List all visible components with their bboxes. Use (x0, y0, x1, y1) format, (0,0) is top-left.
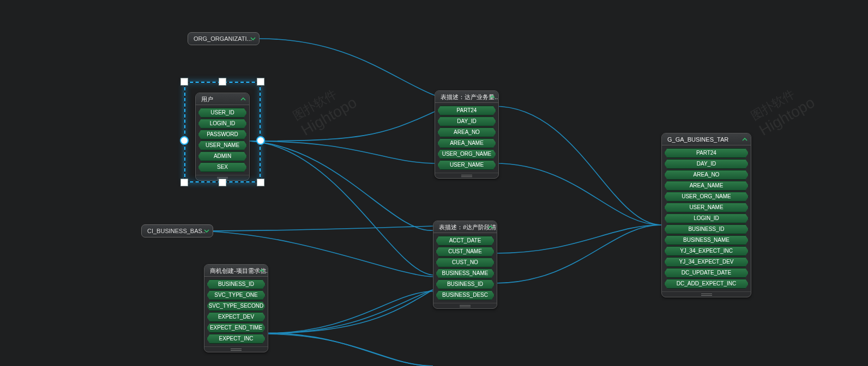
chevron-up-icon (488, 224, 493, 230)
field-yj34-expect-inc[interactable]: YJ_34_EXPECT_INC (664, 246, 749, 256)
resize-grip[interactable] (433, 303, 497, 308)
field-day-id[interactable]: DAY_ID (437, 117, 496, 126)
field-admin[interactable]: ADMIN (198, 151, 247, 161)
resize-grip[interactable] (196, 175, 249, 180)
resize-grip[interactable] (204, 346, 268, 352)
field-login-id[interactable]: LOGIN_ID (664, 213, 749, 223)
field-user-name[interactable]: USER_NAME (198, 141, 247, 150)
resize-handle-n[interactable] (219, 78, 226, 86)
node-ci-business-bas[interactable]: CI_BUSINESS_BAS.. (141, 224, 213, 237)
field-expect-inc[interactable]: EXPECT_INC (207, 334, 266, 344)
node-title: G_GA_BUSINES_TAR (667, 136, 728, 143)
field-list: PART24 DAY_ID AREA_NO AREA_NAME USER_ORG… (662, 145, 751, 291)
node-header[interactable]: 表描述：#达产阶段清.. (433, 221, 497, 233)
connection-port-right[interactable] (256, 136, 265, 145)
resize-grip[interactable] (435, 173, 498, 178)
field-user-name[interactable]: USER_NAME (664, 203, 749, 212)
field-sex[interactable]: SEX (198, 162, 247, 172)
field-business-name[interactable]: BUSINESS_NAME (664, 235, 749, 245)
node-title: 用户 (201, 96, 213, 102)
field-area-name[interactable]: AREA_NAME (664, 181, 749, 191)
chevron-down-icon (204, 228, 209, 234)
field-cust-no[interactable]: CUST_NO (436, 258, 495, 267)
field-business-id[interactable]: BUSINESS_ID (436, 279, 495, 289)
field-expect-end-time[interactable]: EXPECT_END_TIME (207, 323, 266, 333)
node-desc2[interactable]: 表描述：#达产阶段清.. ACCT_DATE CUST_NAME CUST_NO… (433, 221, 497, 309)
field-dc-update-date[interactable]: DC_UPDATE_DATE (664, 268, 749, 278)
field-area-no[interactable]: AREA_NO (664, 170, 749, 180)
resize-handle-sw[interactable] (180, 179, 188, 186)
watermark: 图扑软件Hightopo (290, 80, 360, 139)
node-target[interactable]: G_GA_BUSINES_TAR PART24 DAY_ID AREA_NO A… (661, 133, 751, 297)
node-title: CI_BUSINESS_BAS.. (147, 228, 206, 234)
resize-handle-nw[interactable] (180, 78, 188, 86)
field-user-name[interactable]: USER_NAME (437, 160, 496, 170)
node-header[interactable]: 表描述：达产业务量.. (435, 91, 498, 103)
field-list: USER_ID LOGIN_ID PASSWORD USER_NAME ADMI… (196, 105, 249, 175)
resize-handle-ne[interactable] (257, 78, 264, 86)
connection-port-left[interactable] (180, 136, 189, 145)
field-day-id[interactable]: DAY_ID (664, 159, 749, 169)
resize-handle-se[interactable] (257, 179, 264, 186)
node-org-organization[interactable]: ORG_ORGANIZATI... (188, 32, 260, 45)
field-list: ACCT_DATE CUST_NAME CUST_NO BUSINESS_NAM… (433, 233, 497, 303)
node-header[interactable]: 用户 (196, 93, 249, 105)
field-svc-type-one[interactable]: SVC_TYPE_ONE (207, 290, 266, 300)
field-area-name[interactable]: AREA_NAME (437, 138, 496, 148)
node-user[interactable]: 用户 USER_ID LOGIN_ID PASSWORD USER_NAME A… (195, 93, 250, 181)
field-area-no[interactable]: AREA_NO (437, 127, 496, 137)
field-user-org-name[interactable]: USER_ORG_NAME (437, 149, 496, 159)
field-yj34-expect-dev[interactable]: YJ_34_EXPECT_DEV (664, 257, 749, 267)
field-list: BUSINESS_ID SVC_TYPE_ONE SVC_TYPE_SECOND… (204, 277, 268, 346)
field-cust-name[interactable]: CUST_NAME (436, 247, 495, 257)
watermark: 图扑软件Hightopo (748, 80, 818, 139)
field-business-name[interactable]: BUSINESS_NAME (436, 269, 495, 278)
field-dc-add-expect-inc[interactable]: DC_ADD_EXPECT_INC (664, 279, 749, 289)
field-acct-date[interactable]: ACCT_DATE (436, 236, 495, 246)
chevron-up-icon (742, 137, 748, 142)
field-part24[interactable]: PART24 (664, 148, 749, 158)
field-business-id[interactable]: BUSINESS_ID (664, 224, 749, 234)
node-title: ORG_ORGANIZATI... (194, 35, 252, 42)
node-desc1[interactable]: 表描述：达产业务量.. PART24 DAY_ID AREA_NO AREA_N… (435, 90, 499, 179)
field-login-id[interactable]: LOGIN_ID (198, 119, 247, 129)
field-part24[interactable]: PART24 (437, 106, 496, 115)
node-header[interactable]: G_GA_BUSINES_TAR (662, 133, 751, 145)
node-header[interactable]: 商机创建-项目需求信.. (204, 265, 268, 277)
resize-grip[interactable] (662, 291, 751, 297)
field-user-id[interactable]: USER_ID (198, 108, 247, 118)
field-business-id[interactable]: BUSINESS_ID (207, 279, 266, 289)
field-expect-dev[interactable]: EXPECT_DEV (207, 312, 266, 322)
field-user-org-name[interactable]: USER_ORG_NAME (664, 192, 749, 202)
field-password[interactable]: PASSWORD (198, 130, 247, 139)
chevron-up-icon (240, 96, 246, 102)
chevron-up-icon (490, 94, 495, 100)
chevron-down-icon (250, 36, 256, 41)
field-svc-type-second[interactable]: SVC_TYPE_SECOND (207, 301, 266, 311)
chevron-up-icon (259, 268, 264, 273)
field-list: PART24 DAY_ID AREA_NO AREA_NAME USER_ORG… (435, 103, 498, 173)
field-business-desc[interactable]: BUSINESS_DESC (436, 290, 495, 300)
node-biz[interactable]: 商机创建-项目需求信.. BUSINESS_ID SVC_TYPE_ONE SV… (204, 264, 268, 352)
